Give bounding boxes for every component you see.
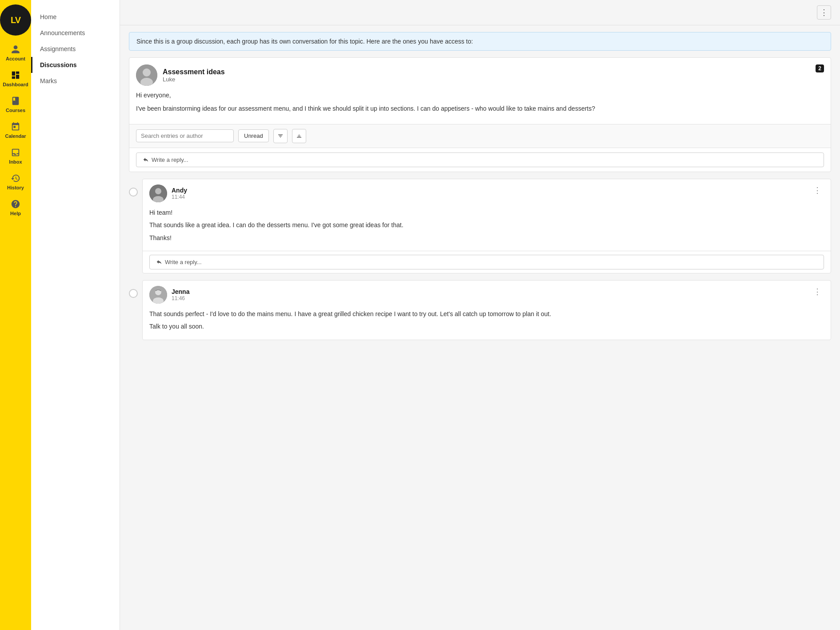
book-icon [11,96,20,106]
thread-selector-andy[interactable] [129,188,138,197]
comment-reply-area-andy: Write a reply... [143,251,831,273]
andy-avatar-image [149,185,167,202]
sidebar-item-inbox[interactable]: Inbox [0,143,31,169]
comment-time-jenna: 11:46 [172,295,189,301]
post-author: Luke [163,76,225,83]
comment-name-andy: Andy [172,187,187,194]
comment-body-andy: Hi team! That sounds like a great idea. … [143,208,831,251]
post-header: Assessment ideas Luke 2 [129,58,831,90]
andy-line2: That sounds like a great idea. I can do … [149,220,824,230]
sidebar-icons: LV Account Dashboard Courses Calendar In… [0,0,31,630]
avatar-jenna [149,286,167,304]
unread-badge: 2 [816,64,824,72]
unread-count: 2 [818,65,821,72]
search-input[interactable] [136,129,234,142]
post-body-line1: Hi everyone, [136,90,824,100]
sidebar-item-courses[interactable]: Courses [0,92,31,117]
comment-meta-andy: Andy 11:44 [172,187,187,200]
thread-selector-jenna[interactable] [129,289,138,298]
sidebar-item-account[interactable]: Account [0,40,31,66]
person-icon [11,44,20,54]
sort-asc-icon [277,132,284,140]
sidebar-item-calendar[interactable]: Calendar [0,117,31,143]
reply-button-andy[interactable]: Write a reply... [149,255,824,269]
comment-thread-andy: Andy 11:44 ⋮ Hi team! That sounds like a… [129,179,831,273]
svg-point-1 [143,68,151,76]
jenna-line1: That sounds perfect - I'd love to do the… [149,309,824,319]
jenna-avatar-image [149,286,167,304]
logo[interactable]: LV [0,4,31,36]
comment-card-andy: Andy 11:44 ⋮ Hi team! That sounds like a… [142,179,831,273]
nav-marks[interactable]: Marks [31,73,120,89]
sidebar-item-dashboard-label: Dashboard [3,82,28,87]
post-title: Assessment ideas [163,68,225,76]
post-body: Hi everyone, I've been brainstorming ide… [129,90,831,124]
nav-assignments[interactable]: Assignments [31,41,120,57]
comment-time-andy: 11:44 [172,194,187,200]
reply-icon [143,156,149,163]
sidebar-item-history[interactable]: History [0,169,31,195]
more-dots-icon: ⋮ [820,8,828,17]
history-icon [11,173,20,183]
sidebar-item-courses-label: Courses [6,108,25,113]
help-icon [11,199,20,209]
avatar-andy [149,185,167,202]
comment-card-jenna: Jenna 11:46 ⋮ That sounds perfect - I'd … [142,280,831,340]
luke-avatar-image [136,64,157,86]
svg-point-4 [155,188,161,194]
comment-meta-jenna: Jenna 11:46 [172,288,189,301]
sidebar-item-account-label: Account [6,56,25,61]
comment-header-jenna: Jenna 11:46 ⋮ [143,281,831,309]
sidebar-item-dashboard[interactable]: Dashboard [0,66,31,92]
dashboard-icon [11,70,20,80]
avatar-luke [136,64,157,86]
post-title-author: Assessment ideas Luke [163,68,225,83]
sidebar-item-help[interactable]: Help [0,195,31,221]
more-options-button[interactable]: ⋮ [817,5,831,20]
sidebar-item-help-label: Help [10,211,21,216]
group-notice-text: Since this is a group discussion, each g… [136,38,473,45]
sort-asc-button[interactable] [273,129,288,143]
nav-discussions[interactable]: Discussions [31,57,120,73]
comment-more-andy[interactable]: ⋮ [811,185,824,196]
comment-thread-jenna: Jenna 11:46 ⋮ That sounds perfect - I'd … [129,280,831,340]
reply-btn-label-andy: Write a reply... [165,259,202,265]
main-reply-area: Write a reply... [129,148,831,172]
comment-more-jenna[interactable]: ⋮ [811,286,824,297]
unread-filter-button[interactable]: Unread [238,129,269,142]
group-notice-banner: Since this is a group discussion, each g… [129,32,831,51]
nav-home[interactable]: Home [31,9,120,25]
sidebar-nav: Home Announcements Assignments Discussio… [31,0,120,630]
comment-name-jenna: Jenna [172,288,189,295]
andy-line1: Hi team! [149,208,824,217]
nav-announcements[interactable]: Announcements [31,25,120,41]
main-discussion-post: Assessment ideas Luke 2 Hi everyone, I'v… [129,57,831,172]
calendar-icon [11,122,20,132]
comment-body-jenna: That sounds perfect - I'd love to do the… [143,309,831,340]
reply-btn-label: Write a reply... [152,156,188,163]
post-body-line2: I've been brainstorming ideas for our as… [136,104,824,113]
top-bar: ⋮ [120,0,840,25]
inbox-icon [11,148,20,157]
sidebar-item-calendar-label: Calendar [5,133,26,139]
andy-line3: Thanks! [149,233,824,243]
main-content: ⋮ Since this is a group discussion, each… [120,0,840,630]
comment-header-andy: Andy 11:44 ⋮ [143,179,831,208]
sidebar-item-inbox-label: Inbox [9,159,22,165]
write-reply-button[interactable]: Write a reply... [136,152,824,167]
jenna-line2: Talk to you all soon. [149,321,824,331]
sort-desc-icon [296,132,302,140]
search-filter-bar: Unread [129,124,831,148]
sidebar-item-history-label: History [7,185,24,190]
reply-icon-andy [156,259,162,265]
sort-desc-button[interactable] [292,129,306,143]
